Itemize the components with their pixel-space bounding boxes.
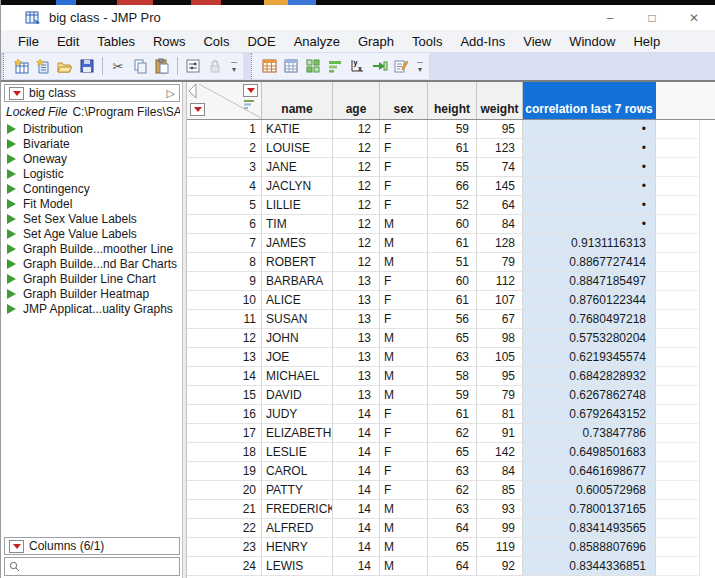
- column-header-name[interactable]: name: [262, 82, 333, 119]
- correlation-cell[interactable]: •: [523, 196, 656, 215]
- paste-icon[interactable]: [151, 55, 173, 77]
- height-cell[interactable]: 52: [428, 196, 477, 215]
- height-cell[interactable]: 60: [428, 215, 477, 234]
- correlation-cell[interactable]: 0.6498501683: [523, 443, 656, 462]
- table-menu-red-triangle-icon[interactable]: [9, 87, 24, 100]
- sex-cell[interactable]: F: [380, 405, 428, 424]
- correlation-cell[interactable]: •: [523, 120, 656, 139]
- row-number-cell[interactable]: 20: [187, 481, 262, 500]
- age-cell[interactable]: 12: [333, 253, 380, 272]
- height-cell[interactable]: 62: [428, 481, 477, 500]
- close-button[interactable]: ✕: [673, 5, 715, 30]
- height-cell[interactable]: 59: [428, 120, 477, 139]
- age-cell[interactable]: 14: [333, 557, 380, 576]
- script-item[interactable]: Logistic: [4, 166, 180, 181]
- weight-cell[interactable]: 79: [477, 253, 523, 272]
- correlation-cell[interactable]: 0.6461698677: [523, 462, 656, 481]
- weight-cell[interactable]: 128: [477, 234, 523, 253]
- weight-cell[interactable]: 112: [477, 272, 523, 291]
- correlation-cell[interactable]: 0.7680497218: [523, 310, 656, 329]
- row-number-cell[interactable]: 14: [187, 367, 262, 386]
- row-number-cell[interactable]: 11: [187, 310, 262, 329]
- correlation-cell[interactable]: 0.6267862748: [523, 386, 656, 405]
- name-cell[interactable]: JANE: [262, 158, 333, 177]
- name-cell[interactable]: LILLIE: [262, 196, 333, 215]
- menu-item-window[interactable]: Window: [560, 32, 624, 51]
- open-icon[interactable]: [54, 55, 76, 77]
- panel-expand-icon[interactable]: ▷: [167, 87, 175, 100]
- row-number-cell[interactable]: 13: [187, 348, 262, 367]
- script-item[interactable]: Graph Builde...nd Bar Charts: [4, 256, 180, 271]
- name-cell[interactable]: ROBERT: [262, 253, 333, 272]
- weight-cell[interactable]: 123: [477, 139, 523, 158]
- data-table-icon[interactable]: [258, 55, 280, 77]
- script-item[interactable]: Oneway: [4, 151, 180, 166]
- sex-cell[interactable]: M: [380, 329, 428, 348]
- height-cell[interactable]: 63: [428, 462, 477, 481]
- age-cell[interactable]: 13: [333, 367, 380, 386]
- height-cell[interactable]: 51: [428, 253, 477, 272]
- sex-cell[interactable]: M: [380, 234, 428, 253]
- height-cell[interactable]: 63: [428, 500, 477, 519]
- save-icon[interactable]: [76, 55, 98, 77]
- height-cell[interactable]: 65: [428, 329, 477, 348]
- weight-cell[interactable]: 99: [477, 519, 523, 538]
- correlation-cell[interactable]: 0.8760122344: [523, 291, 656, 310]
- name-cell[interactable]: LOUISE: [262, 139, 333, 158]
- formula-icon[interactable]: [368, 55, 390, 77]
- script-item[interactable]: JMP Applicat...uality Graphs: [4, 301, 180, 316]
- sex-cell[interactable]: M: [380, 348, 428, 367]
- name-cell[interactable]: TIM: [262, 215, 333, 234]
- weight-cell[interactable]: 93: [477, 500, 523, 519]
- menu-item-rows[interactable]: Rows: [144, 32, 195, 51]
- name-cell[interactable]: BARBARA: [262, 272, 333, 291]
- copy-icon[interactable]: [129, 55, 151, 77]
- weight-cell[interactable]: 95: [477, 120, 523, 139]
- menu-item-edit[interactable]: Edit: [48, 32, 88, 51]
- row-number-cell[interactable]: 2: [187, 139, 262, 158]
- weight-cell[interactable]: 64: [477, 196, 523, 215]
- menu-item-analyze[interactable]: Analyze: [285, 32, 349, 51]
- name-cell[interactable]: CAROL: [262, 462, 333, 481]
- row-number-cell[interactable]: 22: [187, 519, 262, 538]
- name-cell[interactable]: KATIE: [262, 120, 333, 139]
- age-cell[interactable]: 14: [333, 424, 380, 443]
- weight-cell[interactable]: 107: [477, 291, 523, 310]
- correlation-cell[interactable]: 0.5753280204: [523, 329, 656, 348]
- menu-item-file[interactable]: File: [9, 32, 48, 51]
- weight-cell[interactable]: 91: [477, 424, 523, 443]
- column-list-view-icon[interactable]: [244, 99, 256, 110]
- column-header-correlation-selected[interactable]: correlation last 7 rows: [523, 82, 656, 119]
- distribution-icon[interactable]: [302, 55, 324, 77]
- new-data-table-icon[interactable]: [10, 55, 32, 77]
- name-cell[interactable]: JOE: [262, 348, 333, 367]
- weight-cell[interactable]: 85: [477, 481, 523, 500]
- script-item[interactable]: Set Sex Value Labels: [4, 211, 180, 226]
- age-cell[interactable]: 14: [333, 443, 380, 462]
- correlation-cell[interactable]: 0.8344336851: [523, 557, 656, 576]
- fit-y-by-x-icon[interactable]: y x: [346, 55, 368, 77]
- weight-cell[interactable]: 98: [477, 329, 523, 348]
- weight-cell[interactable]: 81: [477, 405, 523, 424]
- age-cell[interactable]: 14: [333, 519, 380, 538]
- grid-corner-cell[interactable]: [187, 82, 262, 119]
- age-cell[interactable]: 14: [333, 538, 380, 557]
- menu-item-graph[interactable]: Graph: [349, 32, 403, 51]
- age-cell[interactable]: 12: [333, 139, 380, 158]
- age-cell[interactable]: 13: [333, 329, 380, 348]
- sex-cell[interactable]: F: [380, 120, 428, 139]
- column-header-weight[interactable]: weight: [477, 82, 523, 119]
- graph-builder-icon[interactable]: [324, 55, 346, 77]
- menu-item-doe[interactable]: DOE: [238, 32, 284, 51]
- age-cell[interactable]: 14: [333, 481, 380, 500]
- correlation-cell[interactable]: •: [523, 158, 656, 177]
- weight-cell[interactable]: 84: [477, 462, 523, 481]
- height-cell[interactable]: 60: [428, 272, 477, 291]
- sex-cell[interactable]: M: [380, 538, 428, 557]
- age-cell[interactable]: 14: [333, 500, 380, 519]
- correlation-cell[interactable]: 0.8847185497: [523, 272, 656, 291]
- columns-header-menu-icon[interactable]: [243, 84, 258, 97]
- name-cell[interactable]: SUSAN: [262, 310, 333, 329]
- correlation-cell[interactable]: •: [523, 215, 656, 234]
- columns-search-input[interactable]: [4, 557, 180, 576]
